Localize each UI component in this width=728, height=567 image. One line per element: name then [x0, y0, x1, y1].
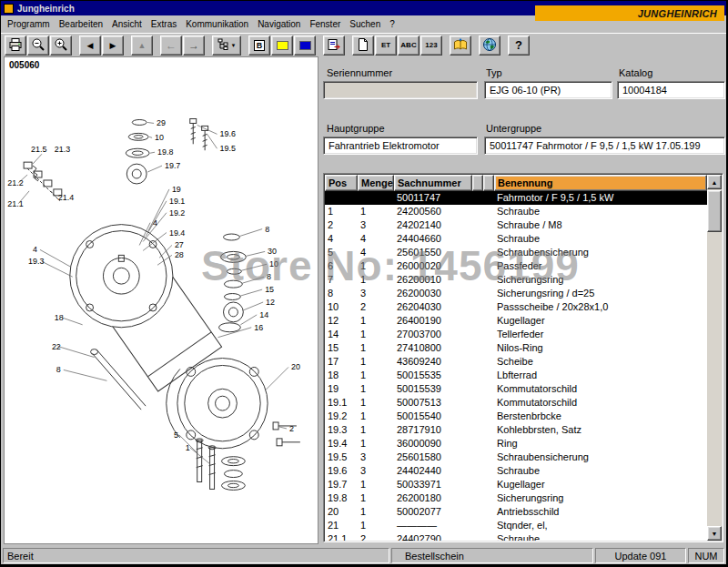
cell-benennung: Sicherungsring [494, 273, 707, 287]
cell-blank [483, 382, 494, 396]
vertical-scrollbar[interactable]: ▲ ▼ [707, 175, 722, 541]
table-row[interactable]: 19.5325601580Schraubensicherung [325, 451, 707, 464]
book-icon [453, 37, 468, 53]
table-row[interactable]: 14127003700Tellerfeder [325, 328, 707, 341]
table-row[interactable]: 6126000020Passfeder [325, 259, 707, 273]
zoom-in-icon [54, 37, 68, 54]
cell-menge: 3 [358, 287, 394, 300]
untergruppe-field[interactable]: 50011747 Fahrmotor / F 9,5 / 1,5 kW 17.0… [484, 137, 725, 155]
seriennummer-label: Seriennummer [327, 67, 392, 78]
column-header-blank4[interactable] [483, 175, 494, 191]
table-row[interactable]: 19.2150015540Berstenbrbcke [325, 410, 707, 423]
table-row[interactable]: 20150002077Antriebsschild [325, 505, 707, 519]
table-row[interactable]: 8326200030Sicherungsring / d=25 [325, 287, 707, 300]
table-row[interactable]: 19.1150007513Kommutatorschild [325, 396, 707, 410]
abc-index-button[interactable]: ABC [398, 35, 420, 56]
table-row[interactable]: 1124200560Schraube [325, 205, 707, 218]
catalog-button[interactable] [450, 35, 471, 56]
menu-item-extras[interactable]: Extras [147, 17, 181, 31]
table-row[interactable]: 4424404660Schraube [325, 232, 707, 246]
untergruppe-label: Untergruppe [486, 123, 541, 134]
cell-sachnummer: 26204030 [394, 300, 472, 314]
part-callout: 21.3 [55, 145, 70, 154]
typ-field[interactable]: EJG 06-10 (PR) [484, 81, 612, 99]
menu-item-navigation[interactable]: Navigation [253, 17, 305, 31]
table-row[interactable]: 7126200010Sicherungsring [325, 273, 707, 287]
cell-blank [483, 451, 494, 464]
hauptgruppe-field[interactable]: Fahrantrieb Elektromotor [323, 137, 478, 155]
cell-sachnummer: 24402790 [394, 532, 472, 541]
help-button[interactable]: ? [508, 35, 530, 56]
cell-blank [472, 273, 483, 287]
page-prev-button[interactable]: ◀ [79, 35, 101, 56]
seriennummer-field[interactable] [323, 81, 478, 99]
cell-blank [472, 259, 483, 273]
up-level-button[interactable]: ▲ [131, 35, 153, 56]
print-button[interactable] [5, 35, 26, 56]
katalog-field[interactable]: 10004184 [617, 81, 725, 99]
scrollbar-thumb[interactable] [707, 190, 722, 232]
column-header-menge[interactable]: Menge [358, 175, 394, 191]
history-back-button[interactable]: ← [160, 35, 182, 56]
numeric-index-button[interactable]: 123 [420, 35, 442, 56]
table-row[interactable]: 19.8126200180Sicherungsring [325, 491, 707, 505]
yellow-marker-button[interactable] [271, 35, 293, 56]
menu-item-suchen[interactable]: Suchen [345, 17, 385, 31]
table-row[interactable]: 12126400190Kugellager [325, 314, 707, 328]
table-row[interactable]: 5425601550Schraubensicherung [325, 246, 707, 259]
table-row[interactable]: 19.3128717910Kohlebbrsten, Satz [325, 423, 707, 437]
cell-sachnummer: 24200560 [394, 205, 472, 218]
table-row[interactable]: 17143609240Scheibe [325, 355, 707, 369]
column-header-pos[interactable]: Pos [325, 175, 358, 191]
column-header-benennung[interactable]: Benennung [494, 175, 707, 191]
menu-item-bearbeiten[interactable]: Bearbeiten [55, 17, 107, 31]
zoom-in-button[interactable] [50, 35, 72, 56]
history-forward-button[interactable]: → [183, 35, 205, 56]
table-row[interactable]: 10226204030Passscheibe / 20x28x1,0 [325, 300, 707, 314]
cell-pos: 19.7 [325, 478, 358, 491]
cell-blank [472, 505, 483, 519]
cell-pos: 21 [325, 519, 358, 532]
table-row[interactable]: 19.4136000090Ring [325, 437, 707, 451]
table-row[interactable]: 19.6324402440Schraube [325, 464, 707, 478]
hierarchy-button[interactable]: ▼ [212, 35, 241, 56]
column-header-sachnummer[interactable]: Sachnummer [394, 175, 472, 191]
part-callout: 18 [55, 313, 64, 322]
document-button[interactable] [352, 35, 374, 56]
menu-item-programm[interactable]: Programm [3, 17, 55, 31]
cell-pos: 4 [325, 232, 358, 246]
cell-sachnummer: 26400190 [394, 314, 472, 328]
table-row[interactable]: 15127410800Nilos-Ring [325, 341, 707, 355]
cell-menge: 1 [358, 259, 394, 273]
table-row[interactable]: 19150015539Kommutatorschild [325, 382, 707, 396]
globe-button[interactable] [479, 35, 500, 56]
page-next-button[interactable]: ▶ [102, 35, 124, 56]
drawing-panel[interactable]: 005060 [4, 56, 318, 544]
column-header-blank3[interactable] [472, 175, 483, 191]
menu-item-ansicht[interactable]: Ansicht [107, 17, 147, 31]
table-row[interactable]: 2324202140Schraube / M8 [325, 218, 707, 232]
scroll-down-button[interactable]: ▼ [707, 526, 722, 541]
cell-benennung: Kohlebbrsten, Satz [494, 423, 707, 437]
table-row[interactable]: 211————Stqnder, el, [325, 519, 707, 532]
table-row[interactable]: 19.7150033971Kugellager [325, 478, 707, 491]
table-row[interactable]: 21.1224402790Schraube [325, 532, 707, 541]
zoom-out-button[interactable] [27, 35, 49, 56]
part-callout: 8 [265, 225, 269, 234]
question-mark-icon: ? [515, 38, 522, 52]
cell-pos: 7 [325, 273, 358, 287]
order-list-button[interactable] [323, 35, 345, 56]
menu-item-help[interactable]: ? [385, 17, 399, 31]
blue-marker-button[interactable] [294, 35, 316, 56]
parts-table: PosMengeSachnummerBenennung 50011747Fahr… [323, 173, 723, 542]
cell-menge: 1 [358, 437, 394, 451]
table-row[interactable]: 18150015535Lbfterrad [325, 369, 707, 382]
menu-item-fenster[interactable]: Fenster [305, 17, 345, 31]
scroll-up-button[interactable]: ▲ [707, 175, 722, 189]
cell-blank [472, 218, 483, 232]
et-list-button[interactable]: ET [375, 35, 397, 56]
cell-blank [483, 246, 494, 259]
position-marker-button[interactable]: B [248, 35, 270, 56]
menu-item-kommunikation[interactable]: Kommunikation [181, 17, 253, 31]
table-row[interactable]: 50011747Fahrmotor / F 9,5 / 1,5 kW [325, 191, 707, 205]
